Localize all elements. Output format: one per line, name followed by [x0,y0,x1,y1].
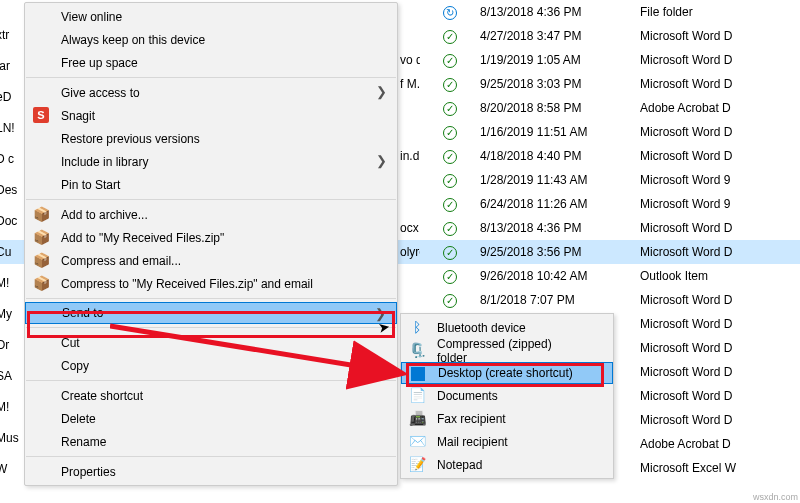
doc-icon: 📄 [409,387,425,403]
chevron-right-icon: ❯ [376,153,387,168]
menu-item-rename[interactable]: Rename [25,430,397,453]
file-status: ↻ [420,5,480,20]
zip-icon: 📦 [33,252,49,268]
file-date: 4/27/2018 3:47 PM [480,29,640,43]
menu-item-copy[interactable]: Copy [25,354,397,377]
sync-check-icon: ✓ [443,222,457,236]
menu-separator [26,327,396,328]
menu-label: Copy [61,359,89,373]
nav-fragments: xtrtareDLN!D cDesDocCuM!MyOrSAM!MusW [0,28,19,493]
submenu-item-desktop-create-shortcut[interactable]: Desktop (create shortcut) [401,362,613,384]
file-type: Microsoft Word 9 [640,197,800,211]
sync-check-icon: ✓ [443,294,457,308]
submenu-item-fax-recipient[interactable]: 📠Fax recipient [401,407,613,430]
menu-label: Cut [61,336,80,350]
menu-separator [26,77,396,78]
menu-item-cut[interactable]: Cut [25,331,397,354]
menu-separator [26,199,396,200]
menu-item-delete[interactable]: Delete [25,407,397,430]
menu-item-compress-to-my-received-files-zip-and-email[interactable]: 📦Compress to "My Received Files.zip" and… [25,272,397,295]
context-menu: View onlineAlways keep on this deviceFre… [24,2,398,486]
file-type: Microsoft Word D [640,125,800,139]
menu-item-give-access-to[interactable]: Give access to❯ [25,81,397,104]
sync-check-icon: ✓ [443,102,457,116]
file-type: Outlook Item [640,269,800,283]
file-type: Microsoft Word D [640,293,800,307]
file-type: Microsoft Word D [640,341,800,355]
menu-label: Restore previous versions [61,132,200,146]
file-date: 8/13/2018 4:36 PM [480,5,640,19]
file-type: Microsoft Word D [640,365,800,379]
menu-label: Include in library [61,155,148,169]
zip-icon: 📦 [33,229,49,245]
file-type: Microsoft Word D [640,53,800,67]
menu-label: Pin to Start [61,178,120,192]
file-type: Microsoft Word 9 [640,173,800,187]
menu-item-restore-previous-versions[interactable]: Restore previous versions [25,127,397,150]
sync-check-icon: ✓ [443,174,457,188]
bt-icon: ᛒ [409,319,425,335]
file-type: Microsoft Word D [640,221,800,235]
menu-item-send-to[interactable]: Send to❯ [25,302,397,324]
submenu-item-documents[interactable]: 📄Documents [401,384,613,407]
fax-icon: 📠 [409,410,425,426]
menu-item-properties[interactable]: Properties [25,460,397,483]
menu-item-free-up-space[interactable]: Free up space [25,51,397,74]
file-type: Microsoft Word D [640,149,800,163]
submenu-item-notepad[interactable]: 📝Notepad [401,453,613,476]
sync-check-icon: ✓ [443,54,457,68]
submenu-item-compressed-zipped-folder[interactable]: 🗜️Compressed (zipped) folder [401,339,613,362]
menu-label: Free up space [61,56,138,70]
file-type: Microsoft Word D [640,317,800,331]
file-date: 1/16/2019 11:51 AM [480,125,640,139]
sync-check-icon: ✓ [443,270,457,284]
submenu-label: Documents [437,389,498,403]
file-date: 8/20/2018 8:58 PM [480,101,640,115]
sync-check-icon: ✓ [443,126,457,140]
note-icon: 📝 [409,456,425,472]
menu-item-create-shortcut[interactable]: Create shortcut [25,384,397,407]
menu-label: Send to [62,306,103,320]
menu-item-always-keep-on-this-device[interactable]: Always keep on this device [25,28,397,51]
sync-refresh-icon: ↻ [443,6,457,20]
menu-label: Always keep on this device [61,33,205,47]
menu-label: Compress and email... [61,254,181,268]
menu-separator [26,380,396,381]
submenu-item-mail-recipient[interactable]: ✉️Mail recipient [401,430,613,453]
sync-check-icon: ✓ [443,198,457,212]
menu-item-view-online[interactable]: View online [25,5,397,28]
snagit-icon: S [33,107,49,123]
menu-item-include-in-library[interactable]: Include in library❯ [25,150,397,173]
file-status: ✓ [420,245,480,260]
menu-item-compress-and-email[interactable]: 📦Compress and email... [25,249,397,272]
zipf-icon: 🗜️ [409,342,425,358]
zip-icon: 📦 [33,206,49,222]
menu-label: Snagit [61,109,95,123]
submenu-label: Notepad [437,458,482,472]
file-type: Microsoft Excel W [640,461,800,475]
menu-item-add-to-archive[interactable]: 📦Add to archive... [25,203,397,226]
menu-label: Create shortcut [61,389,143,403]
chevron-right-icon: ❯ [375,306,386,321]
file-type: Adobe Acrobat D [640,437,800,451]
file-date: 9/26/2018 10:42 AM [480,269,640,283]
file-status: ✓ [420,269,480,284]
menu-item-pin-to-start[interactable]: Pin to Start [25,173,397,196]
sync-check-icon: ✓ [443,246,457,260]
menu-label: Add to archive... [61,208,148,222]
submenu-label: Mail recipient [437,435,508,449]
menu-item-snagit[interactable]: SSnagit [25,104,397,127]
menu-item-add-to-my-received-files-zip[interactable]: 📦Add to "My Received Files.zip" [25,226,397,249]
menu-separator [26,456,396,457]
desktop-icon [410,366,426,382]
file-type: Microsoft Word D [640,389,800,403]
menu-label: Delete [61,412,96,426]
file-date: 8/13/2018 4:36 PM [480,221,640,235]
file-status: ✓ [420,77,480,92]
mail-icon: ✉️ [409,433,425,449]
file-status: ✓ [420,221,480,236]
menu-label: Properties [61,465,116,479]
submenu-label: Desktop (create shortcut) [438,366,573,380]
send-to-submenu: ᛒBluetooth device🗜️Compressed (zipped) f… [400,313,614,479]
file-type: File folder [640,5,800,19]
